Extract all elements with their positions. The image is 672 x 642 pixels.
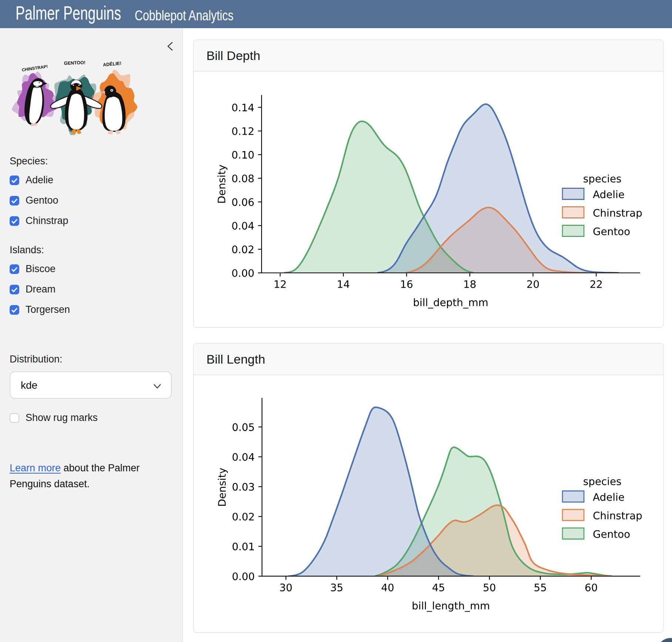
svg-text:CHINSTRAP!: CHINSTRAP! <box>21 64 48 72</box>
svg-text:ADÉLIE!: ADÉLIE! <box>103 60 122 67</box>
svg-text:GENTOO!: GENTOO! <box>64 60 86 66</box>
